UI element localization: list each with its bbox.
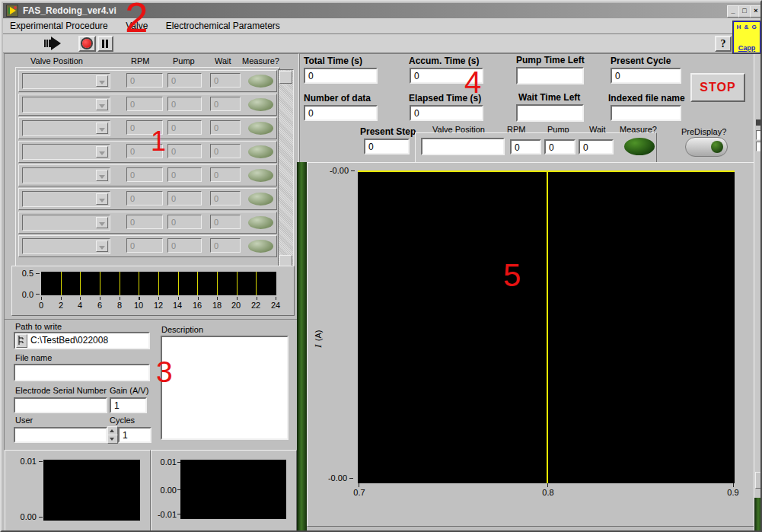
- rpm-field[interactable]: 0: [126, 215, 163, 229]
- valve-position-dropdown[interactable]: [22, 215, 110, 231]
- abort-button[interactable]: [78, 36, 96, 52]
- dropdown-arrow-icon[interactable]: [96, 241, 108, 252]
- cursor-line: [547, 170, 548, 483]
- procedure-row: 0 0 0: [18, 70, 277, 92]
- valve-position-dropdown[interactable]: [22, 73, 110, 89]
- pause-button[interactable]: [97, 36, 113, 52]
- dropdown-arrow-icon[interactable]: [96, 170, 108, 181]
- valve-position-dropdown[interactable]: [22, 191, 110, 207]
- title-bar[interactable]: FAS_Redoing_ver4.vi _ □ ×: [3, 3, 760, 18]
- user-field[interactable]: [14, 427, 107, 443]
- pump-field[interactable]: 0: [167, 120, 202, 135]
- predisplay-label: PreDisplay?: [681, 127, 726, 136]
- present-measure-led: [624, 138, 655, 155]
- procedure-row: 0 0 0: [18, 141, 277, 163]
- main-xtick: 0.9: [722, 488, 744, 497]
- menu-electrochemical-parameters[interactable]: Electrochemical Parameters: [159, 18, 288, 31]
- rpm-field[interactable]: 0: [126, 167, 163, 182]
- mini-right-ytick: 0.01: [154, 457, 177, 467]
- path-type-icon[interactable]: [16, 334, 27, 348]
- cycles-spinner[interactable]: [107, 426, 116, 442]
- pump-field[interactable]: 0: [167, 97, 202, 111]
- wait-field[interactable]: 0: [210, 191, 241, 205]
- procedure-row: 0 0 0: [18, 94, 277, 116]
- present-pump-field: 0: [544, 139, 575, 155]
- description-textarea[interactable]: [161, 336, 289, 440]
- wait-field[interactable]: 0: [210, 73, 241, 88]
- predisplay-switch[interactable]: [685, 137, 728, 157]
- gain-label: Gain (A/V): [110, 386, 148, 395]
- scale-xtick: 4: [72, 301, 88, 310]
- scale-xtick: 24: [268, 301, 283, 310]
- file-name-field[interactable]: [14, 364, 150, 381]
- procedure-row: 0 0 0: [18, 164, 277, 186]
- help-button[interactable]: ?: [715, 36, 732, 52]
- electrode-serial-field[interactable]: [14, 397, 107, 413]
- pump-field[interactable]: 0: [167, 73, 202, 88]
- pump-field[interactable]: 0: [167, 167, 202, 182]
- gain-field[interactable]: 1: [110, 397, 147, 413]
- col-header-rpm: RPM: [131, 56, 149, 65]
- scrollbar-up-thumb[interactable]: [279, 71, 292, 84]
- dropdown-arrow-icon[interactable]: [96, 146, 108, 158]
- cycles-label: Cycles: [110, 416, 135, 425]
- valve-position-dropdown[interactable]: [22, 167, 110, 183]
- present-rpm-field: 0: [510, 139, 541, 155]
- wait-field[interactable]: 0: [210, 167, 241, 182]
- predisplay-knob[interactable]: [711, 141, 723, 153]
- cycles-field[interactable]: 1: [118, 427, 151, 443]
- annotation-5: 5: [503, 260, 521, 291]
- measure-led[interactable]: [248, 122, 273, 135]
- measure-led[interactable]: [248, 216, 273, 229]
- spinner-down-icon[interactable]: [107, 435, 118, 444]
- wait-field[interactable]: 0: [210, 120, 241, 135]
- accum-time-label: Accum. Time (s): [409, 56, 479, 66]
- dropdown-arrow-icon[interactable]: [96, 75, 108, 87]
- measure-led[interactable]: [248, 145, 273, 158]
- menu-experimental-procedure[interactable]: Experimental Procedure: [3, 18, 116, 31]
- measure-led[interactable]: [248, 75, 273, 88]
- rpm-field[interactable]: 0: [126, 73, 163, 88]
- run-button[interactable]: [43, 37, 66, 50]
- present-valve-field: [421, 138, 505, 155]
- array-scrollbar[interactable]: [278, 69, 294, 271]
- elapsed-time-field: 0: [410, 105, 483, 121]
- valve-position-dropdown[interactable]: [22, 144, 110, 160]
- valve-position-dropdown[interactable]: [22, 97, 110, 113]
- main-graph-ylabel: I (A): [311, 330, 324, 348]
- rpm-field[interactable]: 0: [126, 238, 163, 253]
- maximize-button[interactable]: □: [738, 5, 751, 18]
- stop-button[interactable]: STOP: [690, 73, 745, 102]
- annotation-3: 3: [156, 357, 173, 387]
- number-of-data-field: 0: [304, 105, 378, 121]
- measure-led[interactable]: [248, 98, 273, 111]
- wait-field[interactable]: 0: [210, 97, 241, 111]
- close-button[interactable]: ×: [750, 5, 762, 18]
- procedure-row: 0 0 0: [18, 212, 277, 234]
- pump-field[interactable]: 0: [167, 238, 202, 253]
- scale-xtick: 20: [228, 301, 244, 310]
- rpm-field[interactable]: 0: [126, 191, 163, 205]
- dropdown-arrow-icon[interactable]: [96, 193, 108, 205]
- measure-led[interactable]: [248, 240, 273, 253]
- pump-field[interactable]: 0: [167, 144, 202, 158]
- dropdown-arrow-icon[interactable]: [96, 217, 108, 228]
- valve-position-dropdown[interactable]: [22, 120, 110, 136]
- dropdown-arrow-icon[interactable]: [96, 123, 108, 134]
- mini-right-ytick: 0.00: [154, 486, 177, 495]
- rpm-field[interactable]: 0: [126, 97, 163, 111]
- measure-led[interactable]: [248, 169, 273, 182]
- pump-field[interactable]: 0: [167, 215, 202, 229]
- wait-field[interactable]: 0: [210, 215, 241, 229]
- wait-field[interactable]: 0: [210, 238, 241, 253]
- wait-field[interactable]: 0: [210, 144, 241, 158]
- valve-position-dropdown[interactable]: [22, 238, 110, 254]
- minimize-button[interactable]: _: [727, 5, 739, 18]
- path-to-write-field[interactable]: C:\TestBed\022008: [14, 332, 150, 349]
- pause-icon: [102, 40, 104, 48]
- pump-field[interactable]: 0: [167, 191, 202, 205]
- main-ytick-top: -0.00: [321, 166, 349, 175]
- measure-led[interactable]: [248, 193, 273, 205]
- scale-xtick: 18: [209, 301, 225, 310]
- dropdown-arrow-icon[interactable]: [96, 99, 108, 110]
